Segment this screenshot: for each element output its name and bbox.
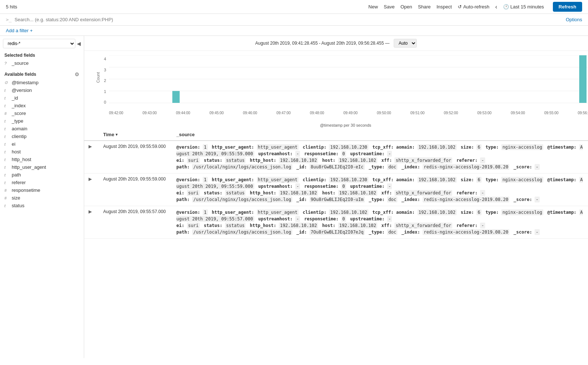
sidebar: redis-* ◀ Selected fields ? _source Avai… [0, 36, 84, 358]
row-1-time: August 20th 2019, 09:55:59.000 [99, 141, 172, 174]
time-col-header[interactable]: Time ▾ [99, 129, 172, 141]
field-name-source: _source [12, 60, 29, 66]
field-item-status[interactable]: t status [0, 202, 84, 209]
inspect-button[interactable]: Inspect [437, 4, 452, 10]
field-item-referer[interactable]: t referer [0, 179, 84, 186]
clock-icon: 🕐 [503, 4, 509, 10]
y-axis-label: Count [96, 72, 102, 83]
available-fields-header: Available fields ⚙ [0, 70, 84, 79]
field-item-path[interactable]: t path [0, 171, 84, 179]
field-item-id[interactable]: t _id [0, 94, 84, 102]
field-item-index[interactable]: t _index [0, 102, 84, 109]
add-filter-button[interactable]: Add a filter + [6, 28, 33, 33]
field-type-source: ? [4, 61, 10, 66]
save-button[interactable]: Save [384, 4, 395, 10]
time-range-selector[interactable]: 🕐 Last 15 minutes [503, 4, 544, 10]
filter-bar: Add a filter + [0, 26, 588, 36]
table-row: ▶ August 20th 2019, 09:55:59.000 @versio… [84, 141, 588, 174]
table-row: ▶ August 20th 2019, 09:55:59.000 @versio… [84, 174, 588, 206]
sort-icon: ▾ [116, 133, 117, 137]
refresh-icon: ↺ [458, 4, 462, 10]
row-2-source: @version: 1 http_user_agent: http_user_a… [172, 174, 588, 206]
row-2-time: August 20th 2019, 09:55:59.000 [99, 174, 172, 206]
results-table: Time ▾ _source ▶ August 20th 2019, 09:55… [84, 129, 588, 239]
x-axis-label: @timestamp per 30 seconds [109, 123, 582, 127]
new-button[interactable]: New [368, 4, 378, 10]
interval-select[interactable]: Auto [394, 39, 417, 48]
options-button[interactable]: Options [566, 17, 582, 22]
available-fields-title: Available fields [4, 72, 36, 77]
chart-svg [109, 55, 588, 110]
selected-fields-title: Selected fields [0, 51, 84, 59]
row-3-source: @version: 1 http_user_agent: http_user_a… [172, 206, 588, 239]
field-item-size[interactable]: # size [0, 194, 84, 202]
x-axis: 09:42:00 09:43:00 09:44:00 09:45:00 09:4… [109, 111, 588, 115]
chart-container: 4 3 2 1 0 Count [84, 51, 588, 127]
field-item-responsetime[interactable]: # responsetime [0, 186, 84, 194]
top-nav: 5 hits New Save Open Share Inspect ↺ Aut… [0, 0, 588, 14]
available-fields-section: Available fields ⚙ ⊙ @timestamp t @versi… [0, 70, 84, 209]
field-item-host[interactable]: t host [0, 148, 84, 156]
chart-area: 4 3 2 1 0 Count [96, 54, 582, 122]
open-button[interactable]: Open [400, 4, 412, 10]
selected-field-source[interactable]: ? _source [0, 59, 84, 67]
index-select[interactable]: redis-* [3, 39, 75, 48]
row-3-time: August 20th 2019, 09:55:57.000 [99, 206, 172, 239]
share-button[interactable]: Share [418, 4, 431, 10]
table-row: ▶ August 20th 2019, 09:55:57.000 @versio… [84, 206, 588, 239]
field-item-aomain[interactable]: t aomain [0, 125, 84, 133]
refresh-button[interactable]: Refresh [553, 2, 582, 12]
nav-actions: New Save Open Share Inspect ↺ Auto-refre… [368, 2, 582, 12]
source-col-header: _source [172, 129, 588, 141]
field-item-http-host[interactable]: t http_host [0, 156, 84, 163]
hits-count: 5 hits [6, 4, 17, 10]
expand-row-2-button[interactable]: ▶ [89, 176, 92, 182]
selected-fields-section: Selected fields ? _source [0, 51, 84, 70]
search-prompt: >_ [6, 17, 12, 22]
expand-row-3-button[interactable]: ▶ [89, 209, 92, 214]
field-item-version[interactable]: t @version [0, 86, 84, 94]
field-item-ei[interactable]: t ei [0, 140, 84, 148]
field-item-score[interactable]: # _score [0, 109, 84, 117]
main-layout: redis-* ◀ Selected fields ? _source Avai… [0, 36, 588, 358]
field-item-timestamp[interactable]: ⊙ @timestamp [0, 79, 84, 86]
svg-rect-5 [172, 91, 180, 103]
index-selector: redis-* ◀ [3, 39, 81, 48]
auto-refresh-button[interactable]: ↺ Auto-refresh [458, 4, 490, 10]
field-item-type[interactable]: t _type [0, 117, 84, 125]
expand-row-1-button[interactable]: ▶ [89, 144, 92, 149]
svg-rect-6 [579, 55, 587, 103]
row-1-source: @version: 1 http_user_agent: http_user_a… [172, 141, 588, 174]
search-input[interactable] [15, 17, 566, 22]
chart-time-range-text: August 20th 2019, 09:41:28.455 - August … [255, 41, 390, 46]
expand-col [84, 129, 99, 141]
field-item-clientip[interactable]: t clientip [0, 133, 84, 140]
prev-time-button[interactable]: ‹ [495, 4, 497, 10]
chart-time-range-bar: August 20th 2019, 09:41:28.455 - August … [84, 36, 588, 51]
field-item-http-user-agent[interactable]: t http_user_agent [0, 163, 84, 171]
search-bar: >_ Options [0, 14, 588, 26]
gear-icon[interactable]: ⚙ [75, 71, 79, 77]
content-area: August 20th 2019, 09:41:28.455 - August … [84, 36, 588, 358]
collapse-sidebar-button[interactable]: ◀ [77, 41, 81, 46]
